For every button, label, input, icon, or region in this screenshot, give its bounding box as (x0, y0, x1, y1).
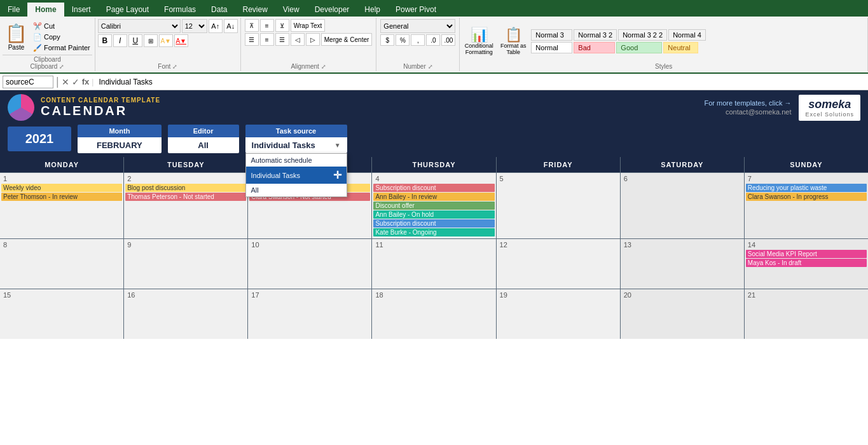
align-top-button[interactable]: ⊼ (245, 19, 259, 32)
month-value[interactable]: FEBRUARY (78, 137, 162, 153)
tab-home[interactable]: Home (27, 3, 64, 17)
tab-insert[interactable]: Insert (64, 3, 99, 17)
editor-value[interactable]: All (168, 137, 239, 153)
dropdown-item-auto[interactable]: Automatic schedule (246, 154, 347, 167)
style-normal[interactable]: Normal (531, 42, 572, 53)
event: Social Media KPI Report (746, 250, 867, 258)
day-cell-10[interactable]: 10 (248, 239, 371, 289)
dropdown-item-all[interactable]: All (246, 184, 347, 196)
cell-reference-input[interactable] (3, 76, 53, 88)
cancel-icon[interactable]: ✕ (62, 77, 69, 87)
day-cell-11[interactable]: 11 (372, 239, 495, 289)
day-cell-17[interactable]: 17 (248, 289, 371, 339)
day-cell-19[interactable]: 19 (497, 289, 620, 339)
italic-button[interactable]: I (113, 34, 127, 47)
tab-developer[interactable]: Developer (307, 3, 357, 17)
event: Blog post discussion (125, 184, 246, 192)
font-group-label: Font ⤢ (98, 63, 238, 70)
style-normal32[interactable]: Normal 3 2 (574, 29, 617, 41)
decrease-decimal-button[interactable]: .00 (441, 34, 455, 46)
formula-input[interactable] (96, 77, 865, 87)
event: Subscription discount (373, 219, 494, 228)
day-cell-4[interactable]: 4 Subscription discount Ann Bailey - In … (372, 173, 495, 238)
tab-page-layout[interactable]: Page Layout (99, 3, 156, 17)
style-neutral[interactable]: Neutral (663, 42, 698, 53)
day-cell-12[interactable]: 12 (497, 239, 620, 289)
conditional-formatting-button[interactable]: 📊 ConditionalFormatting (462, 27, 495, 56)
align-bottom-button[interactable]: ⊻ (275, 19, 289, 32)
align-center-button[interactable]: ≡ (260, 33, 274, 46)
day-cell-21[interactable]: 21 (745, 289, 868, 339)
day-cell-5[interactable]: 5 (497, 173, 620, 238)
formula-bar-divider: | (56, 75, 59, 88)
day-cell-1[interactable]: 1 Weekly video Peter Thomson - In review (0, 173, 123, 238)
day-cell-18[interactable]: 18 (372, 289, 495, 339)
day-number: 7 (746, 174, 867, 183)
day-cell-20[interactable]: 20 (621, 289, 744, 339)
day-number: 9 (125, 240, 246, 249)
number-format-select[interactable]: General (380, 19, 455, 33)
day-cell-7[interactable]: 7 Reducing your plastic waste Clara Swan… (745, 173, 868, 238)
align-right-button[interactable]: ☰ (275, 33, 289, 46)
template-link[interactable]: For more templates, click → (705, 99, 792, 107)
event: Ann Bailey - In review (373, 193, 494, 201)
decrease-indent-button[interactable]: ◁ (291, 33, 305, 46)
day-cell-15[interactable]: 15 (0, 289, 123, 339)
day-header-saturday: SATURDAY (621, 157, 744, 172)
underline-button[interactable]: U (128, 34, 142, 47)
someka-sub: Excel Solutions (805, 111, 854, 118)
tab-power-pivot[interactable]: Power Pivot (388, 3, 444, 17)
event: Peter Thomson - In review (1, 193, 122, 201)
merge-center-button[interactable]: Merge & Center (321, 33, 373, 46)
day-cell-9[interactable]: 9 (124, 239, 247, 289)
copy-button[interactable]: 📄 Copy (31, 32, 92, 42)
day-cell-8[interactable]: 8 (0, 239, 123, 289)
bold-button[interactable]: B (98, 34, 112, 47)
tab-file[interactable]: File (0, 3, 27, 17)
day-header-friday: FRIDAY (497, 157, 620, 172)
day-cell-14[interactable]: 14 Social Media KPI Report Maya Kos - In… (745, 239, 868, 289)
format-painter-button[interactable]: 🖌️ Format Painter (31, 43, 92, 53)
increase-decimal-button[interactable]: .0 (426, 34, 440, 46)
dropdown-item-individual[interactable]: Individual Tasks ✛ (246, 167, 347, 184)
tab-data[interactable]: Data (203, 3, 235, 17)
day-cell-16[interactable]: 16 (124, 289, 247, 339)
paste-button[interactable]: 📋 Paste (3, 22, 30, 52)
day-cell-2[interactable]: 2 Blog post discussion Thomas Peterson -… (124, 173, 247, 238)
someka-name: someka (808, 98, 851, 111)
decrease-font-button[interactable]: A↓ (224, 19, 238, 33)
wrap-text-button[interactable]: Wrap Text (291, 19, 326, 32)
day-cell-6[interactable]: 6 (621, 173, 744, 238)
task-source-value[interactable]: Individual Tasks ▼ (245, 137, 347, 153)
font-size-select[interactable]: 12 (182, 19, 207, 33)
style-normal322[interactable]: Normal 3 2 2 (618, 29, 667, 41)
border-button[interactable]: ⊞ (144, 34, 158, 47)
style-good[interactable]: Good (616, 42, 662, 53)
increase-font-button[interactable]: A↑ (209, 19, 223, 33)
align-left-button[interactable]: ☰ (245, 33, 259, 46)
fill-color-button[interactable]: A▼ (159, 34, 173, 47)
tab-help[interactable]: Help (357, 3, 388, 17)
style-normal4[interactable]: Normal 4 (668, 29, 706, 41)
task-source-control: Task source Individual Tasks ▼ Automatic… (245, 125, 347, 153)
style-normal3[interactable]: Normal 3 (531, 29, 572, 41)
style-bad[interactable]: Bad (574, 42, 615, 53)
tab-formulas[interactable]: Formulas (156, 3, 203, 17)
tab-review[interactable]: Review (235, 3, 275, 17)
align-middle-button[interactable]: ≡ (260, 19, 274, 32)
cal-brand-label: CONTENT CALENDAR TEMPLATE (41, 97, 160, 104)
format-as-table-button[interactable]: 📋 Format asTable (498, 27, 528, 56)
currency-button[interactable]: $ (380, 34, 394, 46)
font-color-button[interactable]: A▼ (174, 34, 188, 47)
cal-header-right: For more templates, click → contact@some… (705, 95, 860, 121)
day-number: 15 (1, 291, 122, 299)
confirm-icon[interactable]: ✓ (72, 77, 79, 87)
increase-indent-button[interactable]: ▷ (306, 33, 320, 46)
function-icon[interactable]: fx (82, 77, 90, 86)
tab-view[interactable]: View (275, 3, 307, 17)
day-cell-13[interactable]: 13 (621, 239, 744, 289)
percent-button[interactable]: % (396, 34, 410, 46)
font-family-select[interactable]: Calibri (98, 19, 181, 33)
cut-button[interactable]: ✂️ Cut (31, 22, 92, 31)
comma-button[interactable]: , (411, 34, 425, 46)
